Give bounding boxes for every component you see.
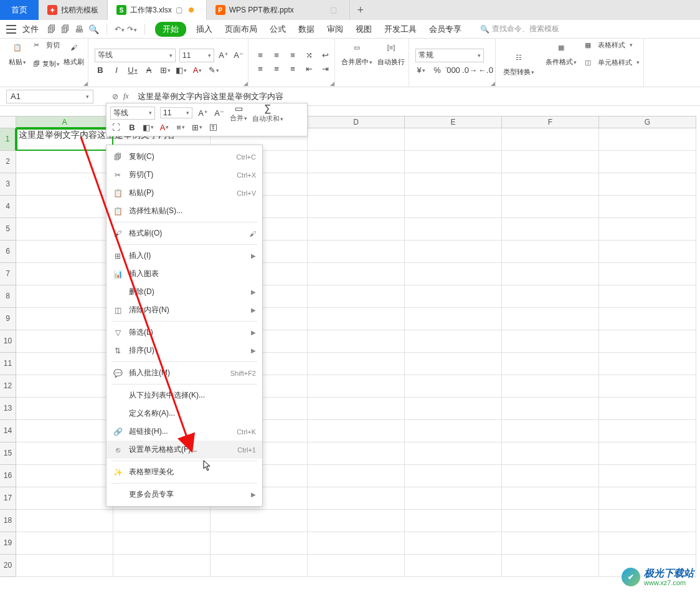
row-header-12[interactable]: 12 bbox=[0, 375, 16, 398]
cell-D4[interactable] bbox=[308, 196, 405, 218]
mini-border-icon[interactable]: ⊞▾ bbox=[191, 122, 202, 133]
mini-font-color-icon[interactable]: A▾ bbox=[159, 122, 170, 133]
cell-A4[interactable] bbox=[16, 196, 113, 218]
font-name-select[interactable]: 等线▾ bbox=[95, 49, 176, 62]
cell-A11[interactable] bbox=[16, 353, 113, 375]
col-header-A[interactable]: A bbox=[16, 116, 113, 128]
wrap-icon[interactable]: ↩ bbox=[319, 50, 331, 61]
cell-G8[interactable] bbox=[599, 285, 696, 308]
cell-G6[interactable] bbox=[599, 241, 696, 263]
menu-6[interactable]: 开发工具 bbox=[384, 24, 417, 35]
menu-1[interactable]: 页面布局 bbox=[225, 24, 257, 35]
save-as-icon[interactable]: 🗐 bbox=[61, 24, 70, 34]
undo-button[interactable]: ↶▾ bbox=[115, 25, 125, 34]
cell-A3[interactable] bbox=[16, 173, 113, 196]
window-icon[interactable]: ▢ bbox=[330, 6, 337, 14]
cell-F11[interactable] bbox=[502, 353, 599, 375]
row-header-6[interactable]: 6 bbox=[0, 241, 16, 263]
file-menu[interactable]: 文件 bbox=[22, 24, 39, 35]
mini-align-icon[interactable]: ≡▾ bbox=[175, 122, 186, 133]
cell-D7[interactable] bbox=[308, 263, 405, 285]
cell-E3[interactable] bbox=[405, 173, 502, 196]
redo-button[interactable]: ↷▾ bbox=[127, 25, 137, 34]
indent-inc-icon[interactable]: ⇥ bbox=[319, 64, 331, 75]
ctx-item-22[interactable]: ✨表格整理美化 bbox=[106, 463, 262, 481]
menu-7[interactable]: 会员专享 bbox=[429, 24, 461, 35]
cell-E14[interactable] bbox=[405, 420, 502, 442]
row-header-11[interactable]: 11 bbox=[0, 353, 16, 375]
ctx-item-9[interactable]: 删除(D)▶ bbox=[106, 283, 262, 301]
decrease-font-icon[interactable]: A⁻ bbox=[233, 50, 244, 61]
cell-B19[interactable] bbox=[113, 532, 210, 555]
cell-D15[interactable] bbox=[308, 442, 405, 465]
cell-F1[interactable] bbox=[502, 128, 599, 151]
cell-E6[interactable] bbox=[405, 241, 502, 263]
cell-E2[interactable] bbox=[405, 151, 502, 173]
menu-start[interactable]: 开始 bbox=[155, 22, 186, 37]
auto-wrap-button[interactable]: [≡]自动换行 bbox=[377, 39, 405, 87]
menu-0[interactable]: 插入 bbox=[196, 24, 212, 35]
cell-E8[interactable] bbox=[405, 285, 502, 308]
ctx-item-15[interactable]: 💬插入批注(M)Shift+F2 bbox=[106, 364, 262, 382]
row-header-7[interactable]: 7 bbox=[0, 263, 16, 285]
cell-A8[interactable] bbox=[16, 285, 113, 308]
row-header-2[interactable]: 2 bbox=[0, 151, 16, 173]
cell-E15[interactable] bbox=[405, 442, 502, 465]
cell-F13[interactable] bbox=[502, 398, 599, 420]
mini-dec-font-icon[interactable]: A⁻ bbox=[214, 107, 225, 118]
copy-button[interactable]: 🗐复制▾ bbox=[30, 57, 60, 70]
format-painter-button[interactable]: 🖌 格式刷 bbox=[64, 39, 84, 85]
font-color-button[interactable]: A▾ bbox=[192, 65, 203, 76]
cell-A15[interactable] bbox=[16, 442, 113, 465]
cell-E11[interactable] bbox=[405, 353, 502, 375]
row-header-17[interactable]: 17 bbox=[0, 487, 16, 510]
fx-icon[interactable]: fx bbox=[123, 92, 129, 101]
mini-size-select[interactable]: 11▾ bbox=[160, 107, 192, 118]
cell-D20[interactable] bbox=[308, 555, 405, 577]
cell-C18[interactable] bbox=[210, 510, 308, 532]
row-header-16[interactable]: 16 bbox=[0, 465, 16, 487]
print-icon[interactable]: 🖶 bbox=[75, 24, 83, 34]
ctx-item-7[interactable]: ⊞插入(I)▶ bbox=[106, 247, 262, 265]
cell-D3[interactable] bbox=[308, 173, 405, 196]
cell-E9[interactable] bbox=[405, 308, 502, 330]
indent-dec-icon[interactable]: ⇤ bbox=[303, 64, 315, 75]
ctx-item-3[interactable]: 📋选择性粘贴(S)... bbox=[106, 202, 262, 220]
number-format-select[interactable]: 常规▾ bbox=[415, 49, 484, 62]
cell-A13[interactable] bbox=[16, 398, 113, 420]
col-header-F[interactable]: F bbox=[502, 116, 599, 128]
cell-D6[interactable] bbox=[308, 241, 405, 263]
cell-G17[interactable] bbox=[599, 487, 696, 510]
cell-E20[interactable] bbox=[405, 555, 502, 577]
fx-cancel-icon[interactable]: ⊘ bbox=[112, 92, 118, 101]
menu-5[interactable]: 视图 bbox=[356, 24, 372, 35]
align-top-icon[interactable]: ≡ bbox=[255, 50, 266, 61]
cell-A18[interactable] bbox=[16, 510, 113, 532]
align-left-icon[interactable]: ≡ bbox=[255, 64, 266, 75]
row-header-1[interactable]: 1 bbox=[0, 128, 16, 151]
mini-inc-font-icon[interactable]: A⁺ bbox=[197, 107, 209, 118]
cond-format-button[interactable]: ▦条件格式▾ bbox=[546, 39, 577, 87]
row-header-4[interactable]: 4 bbox=[0, 196, 16, 218]
cell-F8[interactable] bbox=[502, 285, 599, 308]
cell-G19[interactable] bbox=[599, 532, 696, 555]
cell-F7[interactable] bbox=[502, 263, 599, 285]
ctx-item-24[interactable]: 更多会员专享▶ bbox=[106, 485, 262, 504]
cell-E16[interactable] bbox=[405, 465, 502, 487]
cell-G9[interactable] bbox=[599, 308, 696, 330]
cell-D14[interactable] bbox=[308, 420, 405, 442]
cell-F10[interactable] bbox=[502, 330, 599, 353]
ctx-item-8[interactable]: 📊插入图表 bbox=[106, 265, 262, 283]
ctx-item-20[interactable]: ⎋设置单元格格式(F)...Ctrl+1 bbox=[106, 441, 262, 459]
cell-A10[interactable] bbox=[16, 330, 113, 353]
tab-home[interactable]: 首页 bbox=[0, 0, 39, 20]
cell-G16[interactable] bbox=[599, 465, 696, 487]
row-header-15[interactable]: 15 bbox=[0, 442, 16, 465]
cell-F4[interactable] bbox=[502, 196, 599, 218]
type-convert-button[interactable]: ☷类型转换▾ bbox=[498, 49, 539, 77]
cell-A7[interactable] bbox=[16, 263, 113, 285]
cell-F2[interactable] bbox=[502, 151, 599, 173]
cell-D2[interactable] bbox=[308, 151, 405, 173]
cell-style-button[interactable]: ◫单元格样式▾ bbox=[582, 56, 640, 69]
cell-A1[interactable]: 这里是举例文字内容这里是举例文字内容 bbox=[16, 128, 113, 151]
